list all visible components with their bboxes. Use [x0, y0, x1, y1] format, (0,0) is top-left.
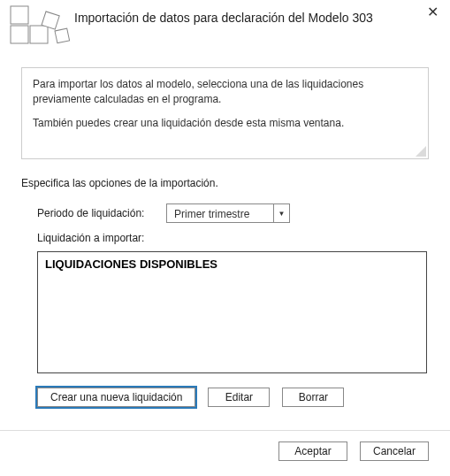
info-panel: Para importar los datos al modelo, selec… — [21, 67, 429, 159]
liquidaciones-listbox[interactable]: LIQUIDACIONES DISPONIBLES — [37, 251, 427, 373]
listbox-header: LIQUIDACIONES DISPONIBLES — [45, 257, 419, 271]
dialog-title: Importación de datos para declaración de… — [74, 11, 373, 25]
chevron-down-icon[interactable]: ▼ — [273, 204, 289, 222]
liquidacion-label: Liquidación a importar: — [37, 232, 429, 244]
app-logo-icon — [9, 4, 71, 47]
cancel-button[interactable]: Cancelar — [360, 441, 429, 461]
dialog-content: Para importar los datos al modelo, selec… — [0, 67, 450, 407]
periodo-combobox[interactable]: Primer trimestre ▼ — [166, 203, 290, 223]
svg-rect-2 — [30, 26, 48, 43]
periodo-label: Periodo de liquidación: — [37, 207, 159, 219]
svg-rect-4 — [55, 28, 70, 43]
footer-row: Aceptar Cancelar — [0, 431, 450, 461]
resize-grip-icon — [416, 146, 426, 157]
import-dialog: Importación de datos para declaración de… — [0, 0, 450, 476]
info-text-2: También puedes crear una liquidación des… — [33, 116, 417, 131]
svg-rect-0 — [11, 6, 28, 24]
section-label: Especifica las opciones de la importació… — [21, 177, 429, 189]
edit-button[interactable]: Editar — [208, 388, 270, 407]
create-liquidacion-button[interactable]: Crear una nueva liquidación — [37, 388, 195, 407]
accept-button[interactable]: Aceptar — [278, 441, 347, 461]
close-icon[interactable]: ✕ — [423, 4, 441, 21]
titlebar: Importación de datos para declaración de… — [0, 0, 450, 50]
periodo-value: Primer trimestre — [167, 204, 273, 222]
delete-button[interactable]: Borrar — [282, 388, 344, 407]
svg-rect-1 — [11, 26, 28, 43]
action-row: Crear una nueva liquidación Editar Borra… — [37, 388, 429, 407]
periodo-row: Periodo de liquidación: Primer trimestre… — [37, 203, 429, 223]
info-text-1: Para importar los datos al modelo, selec… — [33, 77, 417, 107]
